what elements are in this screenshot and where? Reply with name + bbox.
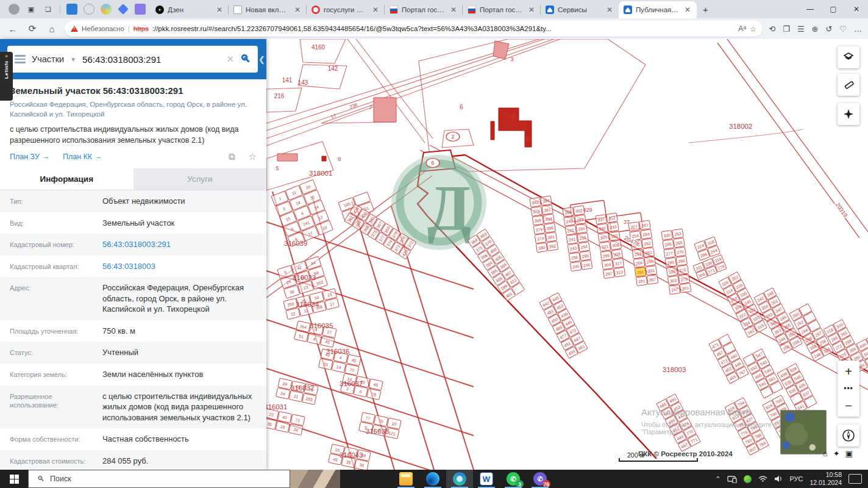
- reload-icon[interactable]: ⟳: [26, 23, 39, 34]
- tab-label: Портал госуда: [480, 6, 524, 13]
- measure-button[interactable]: [838, 74, 859, 96]
- tab-label: Сервисы: [558, 6, 602, 13]
- taskbar-search[interactable]: 🔍︎ Поиск: [28, 470, 290, 488]
- back-icon[interactable]: ←: [6, 24, 20, 34]
- settings-menu-icon[interactable]: …: [854, 24, 862, 34]
- security-label[interactable]: Небезопасно: [82, 25, 124, 32]
- browser-tab-2[interactable]: госуслуги лич ✕: [307, 1, 385, 18]
- plan-kk-link[interactable]: План КК →: [63, 152, 102, 161]
- taskbar-app-whatsapp[interactable]: ✆3: [500, 470, 527, 488]
- row-label: Разрешенное использование:: [10, 391, 102, 423]
- home-map-icon[interactable]: ⌂: [823, 449, 828, 458]
- tab-information[interactable]: Информация: [0, 168, 133, 190]
- search-category-select[interactable]: Участки: [32, 54, 64, 64]
- map-canvas[interactable]: Д145155151211203242215434924112817103614…: [266, 39, 868, 470]
- cast-icon[interactable]: [727, 475, 737, 483]
- zoom-in-button[interactable]: +: [838, 361, 859, 382]
- tray-chevron-icon[interactable]: ⌃: [715, 475, 720, 483]
- cadastral-map[interactable]: Д145155151211203242215434924112817103614…: [266, 39, 868, 470]
- extension-ghost-icon[interactable]: [84, 4, 94, 15]
- news-widget-image[interactable]: [290, 470, 340, 488]
- new-tab-button[interactable]: +: [697, 4, 714, 15]
- browser-tab-6[interactable]: Публичная ка ✕: [619, 1, 697, 18]
- url-text[interactable]: ://pkk.rosreestr.ru/#/search/51.22326707…: [152, 25, 735, 32]
- browser-tab-0[interactable]: Дзен ✕: [151, 1, 229, 18]
- search-input[interactable]: [82, 54, 220, 65]
- taskbar-app-word[interactable]: W: [473, 470, 500, 488]
- clear-search-icon[interactable]: ✕: [226, 54, 234, 65]
- start-button[interactable]: [0, 470, 28, 488]
- browser-tab-5[interactable]: Сервисы ✕: [541, 1, 619, 18]
- collapse-panel-icon[interactable]: ❮: [258, 55, 265, 64]
- tab-services[interactable]: Услуги: [133, 168, 267, 190]
- search-icon[interactable]: 🔍︎: [240, 53, 251, 65]
- quarter-number-label: 316037: [340, 380, 363, 387]
- map-label: 5: [276, 165, 279, 171]
- taskbar-app-edge[interactable]: [446, 470, 473, 488]
- layers-button[interactable]: [838, 46, 859, 68]
- row-value[interactable]: 56:43:0318003: [102, 261, 155, 272]
- extension-squares-icon[interactable]: [135, 4, 146, 15]
- star-icon[interactable]: ☆: [249, 151, 257, 162]
- tab-actions-icon[interactable]: ▣: [26, 4, 37, 15]
- chevron-down-icon[interactable]: ▼: [70, 56, 76, 63]
- tab-close-icon[interactable]: ✕: [527, 5, 536, 14]
- letinfo-ribbon[interactable]: » LetInfo: [0, 52, 13, 101]
- info-row: Кадастровый квартал: 56:43:0318003: [0, 256, 266, 278]
- extension-loop-icon[interactable]: [101, 4, 112, 15]
- taskbar-app-viber[interactable]: ✆76: [527, 470, 553, 488]
- preview-icon[interactable]: ⧉: [229, 151, 235, 162]
- profile-avatar-icon[interactable]: [9, 4, 20, 15]
- browser-tab-4[interactable]: Портал госуда ✕: [463, 1, 541, 18]
- notification-center-icon[interactable]: [848, 474, 862, 484]
- tab-close-icon[interactable]: ✕: [605, 5, 614, 14]
- taskbar-app-explorer[interactable]: [393, 470, 419, 488]
- favorite-star-icon[interactable]: ☆: [750, 24, 756, 34]
- locate-button[interactable]: [838, 103, 859, 125]
- basemap-thumbnail[interactable]: [780, 410, 827, 454]
- language-indicator[interactable]: РУС: [789, 475, 803, 483]
- minimize-button[interactable]: —: [799, 1, 822, 18]
- menu-icon[interactable]: [15, 55, 26, 63]
- fullscreen-icon[interactable]: ▣: [845, 449, 853, 458]
- tab-close-icon[interactable]: ✕: [683, 5, 692, 14]
- browser-essentials-icon[interactable]: ⟲: [769, 24, 775, 34]
- taskbar-app-photos[interactable]: [419, 470, 446, 488]
- row-label: Статус:: [10, 347, 102, 358]
- split-screen-icon[interactable]: ❐: [783, 24, 790, 34]
- tab-close-icon[interactable]: ✕: [293, 5, 302, 14]
- collections-icon[interactable]: ⊕: [812, 24, 819, 34]
- compass-button[interactable]: [838, 425, 859, 447]
- tab-close-icon[interactable]: ✕: [371, 5, 380, 14]
- zoom-out-button[interactable]: −: [838, 395, 859, 417]
- quarter-number-label: 316039: [284, 240, 307, 247]
- maximize-button[interactable]: ▢: [822, 1, 845, 18]
- taskbar-search-placeholder: Поиск: [50, 475, 71, 483]
- row-value[interactable]: 56:43:0318003:291: [102, 239, 171, 250]
- clock[interactable]: 10:58 12.01.2024: [809, 471, 842, 487]
- whatsapp-icon: ✆3: [507, 472, 520, 486]
- volume-icon[interactable]: [774, 475, 783, 483]
- address-bar[interactable]: Небезопасно | https ://pkk.rosreestr.ru/…: [65, 21, 763, 37]
- tab-close-icon[interactable]: ✕: [449, 5, 458, 14]
- antivirus-tray-icon[interactable]: [744, 475, 752, 483]
- browser-tab-3[interactable]: Портал госуда ✕: [385, 1, 463, 18]
- app-badge: 3: [516, 480, 524, 488]
- vertical-tabs-icon[interactable]: ❏: [43, 4, 54, 15]
- read-aloud-icon[interactable]: Aᵃ: [738, 24, 746, 33]
- locate-map-icon[interactable]: ✦: [833, 449, 840, 458]
- home-icon[interactable]: ⌂: [45, 24, 59, 34]
- rewards-icon[interactable]: ♡: [839, 24, 847, 34]
- favorites-icon[interactable]: ☰: [797, 24, 805, 34]
- tab-close-icon[interactable]: ✕: [215, 5, 224, 14]
- history-icon[interactable]: ↺: [825, 24, 832, 34]
- plan-zu-link[interactable]: План ЗУ →: [10, 152, 49, 161]
- workspace-icon[interactable]: [66, 4, 77, 15]
- parcel-cluster: 471457473480463446465767: [709, 334, 749, 384]
- quarter-number-label: 316032: [291, 384, 314, 392]
- zoom-options-button[interactable]: •••: [844, 382, 853, 395]
- extension-diamond-icon[interactable]: [118, 4, 129, 15]
- wifi-icon[interactable]: [758, 475, 767, 483]
- close-button[interactable]: ✕: [845, 1, 868, 18]
- browser-tab-1[interactable]: Новая вкладк ✕: [229, 1, 307, 18]
